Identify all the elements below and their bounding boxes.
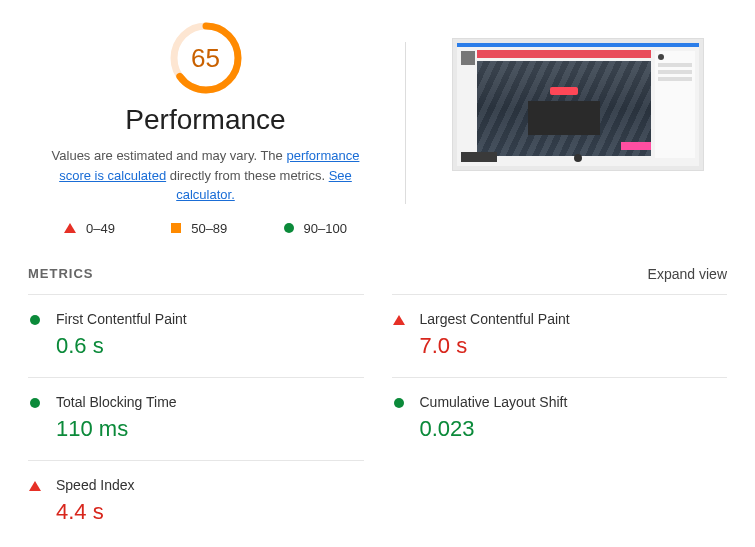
legend-label: 50–89 [191, 221, 227, 236]
legend-poor: 0–49 [64, 221, 115, 236]
metric-value: 0.023 [420, 416, 568, 442]
metric-name: Speed Index [56, 477, 135, 493]
metric-value: 4.4 s [56, 499, 135, 525]
circle-icon [394, 398, 404, 408]
square-icon [171, 223, 181, 233]
performance-title: Performance [28, 104, 383, 136]
metric-value: 7.0 s [420, 333, 570, 359]
page-screenshot-thumbnail [452, 38, 704, 171]
metric-lcp: Largest Contentful Paint 7.0 s [392, 294, 728, 377]
metric-tbt: Total Blocking Time 110 ms [28, 377, 364, 460]
score-legend: 0–49 50–89 90–100 [28, 221, 383, 236]
legend-label: 0–49 [86, 221, 115, 236]
vertical-divider [405, 42, 406, 204]
metrics-heading: METRICS [28, 266, 94, 281]
performance-score-value: 65 [168, 20, 244, 96]
legend-good: 90–100 [284, 221, 347, 236]
metric-name: Largest Contentful Paint [420, 311, 570, 327]
metric-value: 110 ms [56, 416, 177, 442]
metric-name: First Contentful Paint [56, 311, 187, 327]
expand-view-toggle[interactable]: Expand view [648, 266, 727, 282]
metric-name: Cumulative Layout Shift [420, 394, 568, 410]
circle-icon [30, 398, 40, 408]
triangle-icon [64, 223, 76, 233]
metric-value: 0.6 s [56, 333, 187, 359]
triangle-icon [393, 315, 405, 325]
legend-mid: 50–89 [171, 221, 227, 236]
desc-text: Values are estimated and may vary. The [52, 148, 287, 163]
metric-cls: Cumulative Layout Shift 0.023 [392, 377, 728, 460]
legend-label: 90–100 [304, 221, 347, 236]
circle-icon [284, 223, 294, 233]
performance-score-gauge: 65 [168, 20, 244, 96]
metric-name: Total Blocking Time [56, 394, 177, 410]
circle-icon [30, 315, 40, 325]
metric-si: Speed Index 4.4 s [28, 460, 364, 543]
triangle-icon [29, 481, 41, 491]
desc-text: directly from these metrics. [166, 168, 329, 183]
performance-description: Values are estimated and may vary. The p… [28, 146, 383, 205]
metric-fcp: First Contentful Paint 0.6 s [28, 294, 364, 377]
